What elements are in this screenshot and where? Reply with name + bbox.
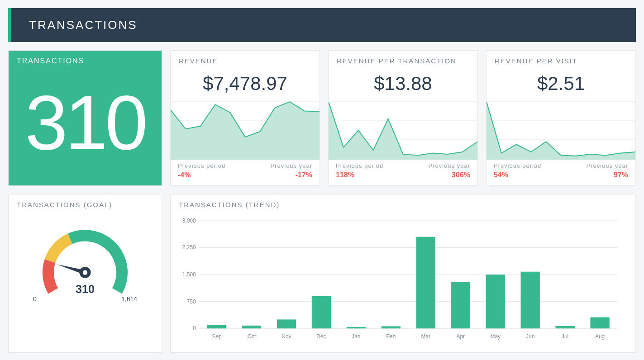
- tile-rev-per-visit-label: REVENUE PER VISIT: [487, 51, 635, 67]
- svg-text:Oct: Oct: [248, 333, 256, 340]
- svg-text:2,250: 2,250: [182, 244, 196, 251]
- gauge-min: 0: [33, 295, 37, 303]
- compare-label: Previous year: [271, 162, 312, 169]
- tile-rev-per-txn-value: $13.88: [329, 67, 477, 101]
- tile-goal: TRANSACTIONS (GOAL) 310 0 1,614: [8, 194, 162, 353]
- tile-transactions-value: 310: [9, 68, 162, 185]
- svg-rect-33: [347, 327, 366, 328]
- svg-text:Mar: Mar: [421, 333, 431, 340]
- svg-text:Dec: Dec: [316, 333, 326, 340]
- rev-per-txn-sparkline: [329, 101, 477, 160]
- svg-text:Jun: Jun: [526, 333, 534, 340]
- svg-rect-27: [242, 326, 261, 328]
- compare-value: -17%: [271, 171, 312, 179]
- svg-text:Jul: Jul: [562, 333, 568, 340]
- charts-row: TRANSACTIONS (GOAL) 310 0 1,614 TRANSACT…: [8, 194, 636, 353]
- metrics-row: TRANSACTIONS 310 REVENUE $7,478.97 Previ…: [8, 50, 636, 186]
- svg-text:Apr: Apr: [456, 333, 465, 340]
- svg-rect-37: [416, 237, 435, 329]
- tile-rev-per-txn-compare: Previous period 118% Previous year 306%: [329, 160, 477, 185]
- compare-value: 118%: [336, 171, 383, 179]
- compare-value: 306%: [429, 171, 470, 179]
- svg-rect-31: [312, 296, 331, 328]
- svg-point-13: [83, 270, 87, 275]
- trend-bar-chart: 07501,5002,2503,000SepOctNovDecJanFebMar…: [171, 211, 635, 352]
- tile-trend-label: TRANSACTIONS (TREND): [171, 194, 635, 211]
- svg-text:0: 0: [193, 325, 196, 332]
- svg-text:Sep: Sep: [212, 333, 222, 340]
- gauge-max: 1,614: [121, 295, 137, 303]
- tile-transactions-label: TRANSACTIONS: [9, 51, 162, 68]
- tile-trend: TRANSACTIONS (TREND) 07501,5002,2503,000…: [170, 194, 636, 353]
- tile-revenue: REVENUE $7,478.97 Previous period -4% Pr…: [170, 50, 320, 186]
- tile-rev-per-txn-label: REVENUE PER TRANSACTION: [329, 51, 477, 67]
- page-title: TRANSACTIONS: [29, 18, 138, 32]
- svg-text:Nov: Nov: [281, 333, 291, 340]
- tile-rev-per-visit-compare: Previous period 54% Previous year 97%: [487, 160, 635, 185]
- svg-text:3,000: 3,000: [182, 218, 196, 224]
- tile-rev-per-visit: REVENUE PER VISIT $2.51 Previous period …: [486, 50, 636, 186]
- tile-revenue-value: $7,478.97: [171, 67, 320, 101]
- compare-label: Previous period: [336, 162, 383, 169]
- compare-value: -4%: [178, 171, 225, 179]
- tile-transactions: TRANSACTIONS 310: [8, 50, 162, 186]
- svg-rect-47: [590, 317, 609, 329]
- svg-text:May: May: [490, 333, 501, 340]
- page-header: TRANSACTIONS: [8, 8, 636, 42]
- svg-text:Feb: Feb: [386, 333, 396, 340]
- revenue-sparkline: [171, 101, 320, 160]
- compare-label: Previous period: [494, 162, 541, 169]
- svg-rect-29: [277, 319, 296, 328]
- svg-text:310: 310: [76, 283, 95, 295]
- svg-rect-35: [382, 326, 401, 328]
- svg-rect-45: [555, 326, 574, 329]
- rev-per-visit-sparkline: [487, 101, 635, 160]
- svg-text:Aug: Aug: [595, 333, 605, 340]
- tile-revenue-label: REVENUE: [171, 51, 320, 67]
- svg-rect-43: [521, 272, 540, 329]
- tile-rev-per-txn: REVENUE PER TRANSACTION $13.88 Previous …: [328, 50, 478, 186]
- compare-value: 54%: [494, 171, 541, 179]
- tile-revenue-compare: Previous period -4% Previous year -17%: [171, 160, 320, 185]
- tile-rev-per-visit-value: $2.51: [487, 67, 635, 101]
- compare-label: Previous period: [178, 162, 225, 169]
- svg-rect-25: [207, 325, 226, 328]
- svg-rect-41: [486, 275, 505, 328]
- svg-rect-39: [451, 282, 470, 328]
- compare-value: 97%: [587, 171, 628, 179]
- tile-goal-label: TRANSACTIONS (GOAL): [9, 194, 162, 211]
- compare-label: Previous year: [587, 162, 628, 169]
- svg-text:750: 750: [187, 298, 196, 305]
- svg-text:Jan: Jan: [352, 333, 360, 340]
- compare-label: Previous year: [429, 162, 470, 169]
- svg-text:1,500: 1,500: [182, 271, 196, 278]
- goal-gauge: 310 0 1,614: [9, 211, 162, 312]
